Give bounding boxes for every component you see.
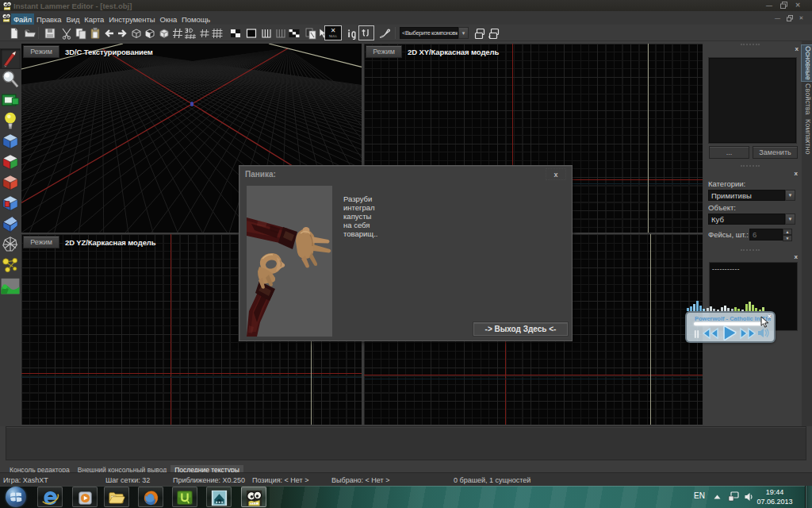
close-icon[interactable]: x bbox=[795, 46, 799, 52]
toolbar-tile-windows-button[interactable] bbox=[488, 27, 500, 40]
taskbar-hammer-app[interactable] bbox=[206, 487, 232, 507]
toolbar-pages-two-button[interactable] bbox=[304, 27, 317, 40]
mode-button-yz[interactable]: Режим bbox=[23, 236, 59, 248]
tray-expand-icon[interactable] bbox=[714, 495, 721, 499]
mdi-restore-button[interactable] bbox=[786, 15, 793, 21]
toolbar-cube-wire-button[interactable] bbox=[130, 27, 143, 40]
taskbar-explorer[interactable] bbox=[104, 487, 129, 507]
axis-blue-horizontal bbox=[364, 379, 703, 379]
panel-grip[interactable] bbox=[741, 165, 760, 167]
terrain-tool-button[interactable] bbox=[1, 276, 20, 295]
axis-pale-vertical bbox=[650, 234, 651, 425]
chevron-down-icon[interactable]: ▼ bbox=[785, 190, 795, 201]
toolbar-checker-button[interactable] bbox=[288, 27, 301, 40]
close-icon[interactable]: x bbox=[795, 171, 798, 176]
toolbar-brush-button[interactable] bbox=[378, 27, 391, 40]
show-desktop-button[interactable] bbox=[805, 486, 812, 508]
toolbar-paste-button[interactable] bbox=[89, 27, 102, 40]
player-volume-icon[interactable] bbox=[757, 328, 770, 338]
close-button[interactable]: ✕ bbox=[794, 2, 802, 9]
entity-molecule-tool-button[interactable] bbox=[1, 256, 20, 275]
texture-preview bbox=[708, 57, 797, 144]
mdi-child-icon bbox=[2, 13, 11, 22]
mode-button-3d[interactable]: Режим bbox=[23, 45, 59, 58]
taskbar-media-player[interactable] bbox=[72, 487, 98, 507]
player-play-button[interactable] bbox=[721, 325, 737, 341]
taskbar-lammer-editor[interactable] bbox=[241, 487, 266, 507]
dialog-close-button[interactable]: x bbox=[546, 168, 566, 180]
tray-clock[interactable]: 19:44 07.06.2013 bbox=[750, 487, 799, 506]
toolbar-redo-arrow-button[interactable] bbox=[117, 27, 129, 40]
faces-label: Фейсы, шт.: bbox=[708, 230, 749, 239]
dock-tab-Основные[interactable]: Основные bbox=[802, 45, 812, 81]
audio-spectrum bbox=[687, 300, 766, 311]
faces-input[interactable]: 6 bbox=[749, 229, 783, 241]
language-indicator[interactable]: EN bbox=[694, 491, 705, 500]
toolbar-texture-black-button[interactable] bbox=[245, 27, 258, 40]
toolbar-new-file-button[interactable] bbox=[8, 27, 21, 40]
taskbar-internet-explorer[interactable] bbox=[37, 487, 63, 507]
toolbar-texture-lock-button[interactable] bbox=[229, 27, 242, 40]
brush-rgb-cube-tool-button[interactable] bbox=[1, 152, 20, 171]
object-dropdown[interactable]: Куб bbox=[708, 214, 785, 225]
toolbar-cut-button[interactable] bbox=[60, 27, 73, 40]
toolbar-bars-dim-button[interactable] bbox=[274, 27, 287, 40]
clock-time: 19:44 bbox=[750, 487, 799, 497]
mode-button-xy[interactable]: Режим bbox=[366, 45, 402, 58]
minimize-button[interactable]: — bbox=[765, 2, 773, 9]
category-dropdown[interactable]: Примитивы bbox=[708, 190, 785, 201]
panel-grip[interactable] bbox=[741, 249, 760, 251]
dock-tab-Свойства[interactable]: Свойства bbox=[802, 83, 812, 114]
taskbar-firefox[interactable] bbox=[138, 487, 163, 507]
replace-button[interactable]: Заменить bbox=[753, 146, 798, 159]
spectrum-bar bbox=[749, 302, 751, 311]
chevron-down-icon[interactable]: ▼ bbox=[785, 214, 795, 225]
exit-button[interactable]: -> Выход Здесь <- bbox=[473, 322, 568, 336]
start-button[interactable] bbox=[6, 487, 26, 507]
toolbar-cascade-windows-button[interactable] bbox=[473, 27, 486, 40]
player-rewind-button[interactable] bbox=[702, 327, 719, 340]
wedge-brush-tool-button[interactable] bbox=[1, 214, 20, 233]
toolbar-grid-button[interactable] bbox=[171, 27, 184, 40]
console-output[interactable] bbox=[6, 426, 806, 460]
panel-grip[interactable] bbox=[741, 44, 760, 45]
close-icon[interactable]: x bbox=[795, 254, 798, 260]
player-pause-icon[interactable] bbox=[694, 329, 699, 339]
spinner-up[interactable]: ▲ bbox=[783, 229, 792, 235]
brush-red-cube-tool-button[interactable] bbox=[1, 173, 20, 192]
toolbar-cube-face-button[interactable] bbox=[144, 27, 156, 40]
layout-dropdown[interactable]: <Выберите компоновку bbox=[400, 27, 458, 39]
toolbar-null-texture-toggle[interactable]: ✕NULL bbox=[325, 26, 341, 40]
mdi-minimize-button[interactable]: — bbox=[774, 15, 781, 21]
taskbar-utorrent[interactable] bbox=[172, 487, 197, 507]
toolbar-save-button[interactable] bbox=[44, 27, 56, 40]
toolbar-separator bbox=[38, 27, 39, 39]
toolbar-bars-bright-button[interactable] bbox=[260, 27, 273, 40]
clip-sphere-tool-button[interactable] bbox=[1, 235, 20, 254]
brush-cube-tool-button[interactable] bbox=[1, 132, 20, 151]
player-forward-button[interactable] bbox=[739, 327, 756, 340]
restore-button[interactable] bbox=[779, 2, 787, 9]
texture-apply-tool-button[interactable] bbox=[1, 90, 20, 110]
toolbar-grid-3d-button[interactable] bbox=[184, 27, 197, 40]
dock-tab-Компактно[interactable]: Компактно bbox=[802, 117, 812, 156]
chevron-down-icon[interactable]: ▼ bbox=[458, 27, 469, 39]
select-tool-button[interactable] bbox=[1, 49, 20, 68]
toolbar-tj-toggle[interactable] bbox=[359, 26, 373, 40]
toolbar-cube-solid-button[interactable] bbox=[158, 27, 170, 40]
mdi-close-button[interactable]: ✕ bbox=[798, 15, 805, 21]
toolbar-ig-toggle[interactable] bbox=[347, 27, 359, 40]
toolbar-grid-dense-button[interactable] bbox=[211, 27, 224, 40]
toolbar-grid-small-button[interactable] bbox=[198, 27, 211, 40]
spinner-down[interactable]: ▼ bbox=[783, 235, 792, 241]
texture-cube-tool-button[interactable] bbox=[1, 194, 20, 213]
toolbar-open-folder-button[interactable] bbox=[24, 27, 36, 40]
browse-button[interactable]: ... bbox=[709, 146, 749, 159]
panic-dialog: Паника: x bbox=[239, 165, 573, 341]
toolbar-copy-button[interactable] bbox=[75, 27, 87, 40]
network-icon[interactable] bbox=[728, 491, 739, 502]
light-entity-tool-button[interactable] bbox=[1, 111, 20, 130]
toolbar-undo-arrow-button[interactable] bbox=[102, 27, 115, 40]
status-selected: Выбрано: < Нет > bbox=[331, 476, 389, 484]
zoom-tool-button[interactable] bbox=[1, 70, 20, 89]
